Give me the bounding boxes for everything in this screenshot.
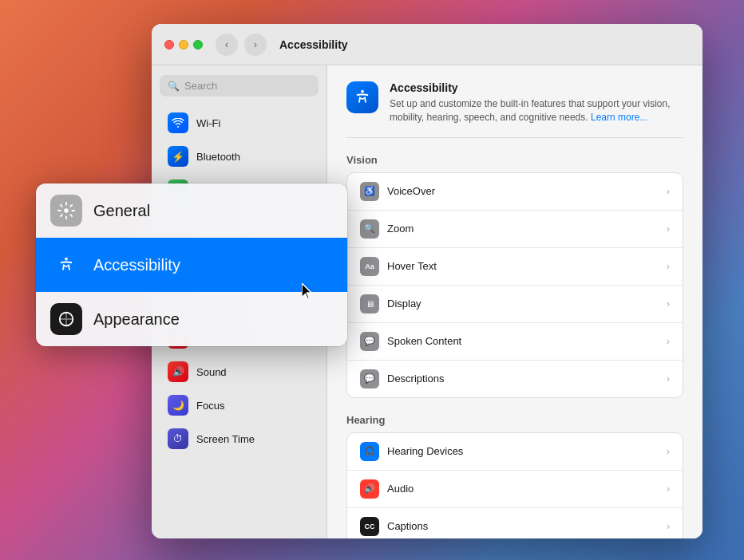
descriptions-label: Descriptions [387,373,659,385]
sidebar-label-sound: Sound [196,366,227,378]
audio-icon: 🔊 [360,479,379,499]
accessibility-header-icon [346,81,378,113]
sidebar-label-screentime: Screen Time [196,433,255,445]
bluetooth-icon: ⚡ [168,146,188,167]
display-icon: 🖥 [360,294,379,314]
general-popup-label: General [93,202,150,220]
sidebar-item-sound[interactable]: 🔊 Sound [156,356,322,388]
hearingdevices-chevron: › [667,446,670,457]
search-icon: 🔍 [168,81,180,92]
main-content: Accessibility Set up and customize the b… [327,65,702,538]
voiceover-label: VoiceOver [387,185,659,197]
appearance-popup-label: Appearance [93,310,180,329]
back-button[interactable]: ‹ [216,34,238,56]
maximize-button[interactable] [193,40,203,49]
forward-button[interactable]: › [244,34,267,56]
captions-label: Captions [387,520,659,532]
voiceover-icon: ♿ [360,182,379,201]
content-title: Accessibility [390,81,683,94]
sidebar-item-wifi[interactable]: Wi-Fi [156,107,322,139]
spokencontent-chevron: › [667,336,670,347]
svg-point-0 [361,90,364,93]
zoom-row[interactable]: 🔍 Zoom › [347,211,683,248]
hearingdevices-label: Hearing Devices [387,445,659,457]
accessibility-popup-label: Accessibility [93,256,180,274]
zoom-chevron: › [667,223,670,235]
descriptions-row[interactable]: 💬 Descriptions › [347,361,683,397]
vision-list: ♿ VoiceOver › 🔍 Zoom › Aa Hover Te [346,172,683,398]
window-title: Accessibility [279,38,348,51]
vision-section-header: Vision [346,154,683,166]
sidebar-label-bluetooth: Bluetooth [196,151,240,163]
wifi-icon [168,112,188,133]
captions-chevron: › [667,521,670,532]
sidebar-label-focus: Focus [196,400,224,412]
hearingdevices-row[interactable]: 🎧 Hearing Devices › [347,433,683,471]
captions-row[interactable]: CC Captions › [347,508,683,538]
sidebar-label-wifi: Wi-Fi [196,117,220,129]
hearingdevices-icon: 🎧 [360,442,379,461]
popup-item-accessibility[interactable]: Accessibility [36,238,347,292]
display-chevron: › [667,298,670,310]
header-text: Accessibility Set up and customize the b… [390,81,683,124]
svg-point-2 [65,258,68,261]
title-bar: ‹ › Accessibility [152,24,702,65]
close-button[interactable] [164,40,174,49]
display-label: Display [387,298,659,310]
screentime-icon: ⏱ [168,428,188,449]
spokencontent-icon: 💬 [360,332,379,351]
minimize-button[interactable] [179,40,188,49]
learn-more-link[interactable]: Learn more... [591,112,647,123]
svg-point-1 [64,208,69,213]
accessibility-popup-icon [50,249,82,281]
hovertext-row[interactable]: Aa Hover Text › [347,248,683,286]
audio-label: Audio [387,483,659,495]
content-header: Accessibility Set up and customize the b… [346,81,683,138]
display-row[interactable]: 🖥 Display › [347,286,683,323]
zoom-icon: 🔍 [360,219,379,239]
audio-row[interactable]: 🔊 Audio › [347,471,683,508]
hearing-list: 🎧 Hearing Devices › 🔊 Audio › CC [346,432,683,538]
descriptions-chevron: › [667,373,670,385]
sound-icon: 🔊 [168,361,188,382]
search-bar[interactable]: 🔍 Search [160,75,319,97]
popup-item-appearance[interactable]: Appearance [36,292,347,346]
traffic-lights [164,40,203,49]
sidebar-item-screentime[interactable]: ⏱ Screen Time [156,423,322,455]
general-popup-icon [50,195,82,227]
sidebar-item-focus[interactable]: 🌙 Focus [156,389,322,421]
audio-chevron: › [667,483,670,495]
captions-icon: CC [360,517,379,536]
appearance-popup-icon [50,303,82,335]
descriptions-icon: 💬 [360,369,379,388]
sidebar-item-bluetooth[interactable]: ⚡ Bluetooth [156,140,322,172]
search-placeholder: Search [184,80,217,92]
popup-window: General Accessibility Appearance [36,183,347,346]
popup-item-general[interactable]: General [36,183,347,238]
spokencontent-label: Spoken Content [387,335,659,347]
spokencontent-row[interactable]: 💬 Spoken Content › [347,323,683,361]
content-description: Set up and customize the built-in featur… [390,97,683,124]
voiceover-chevron: › [667,186,670,197]
voiceover-row[interactable]: ♿ VoiceOver › [347,173,683,211]
hearing-section-header: Hearing [346,414,683,426]
focus-icon: 🌙 [168,395,188,416]
zoom-label: Zoom [387,223,659,235]
hovertext-chevron: › [667,261,670,272]
hovertext-icon: Aa [360,257,379,276]
hovertext-label: Hover Text [387,260,659,272]
